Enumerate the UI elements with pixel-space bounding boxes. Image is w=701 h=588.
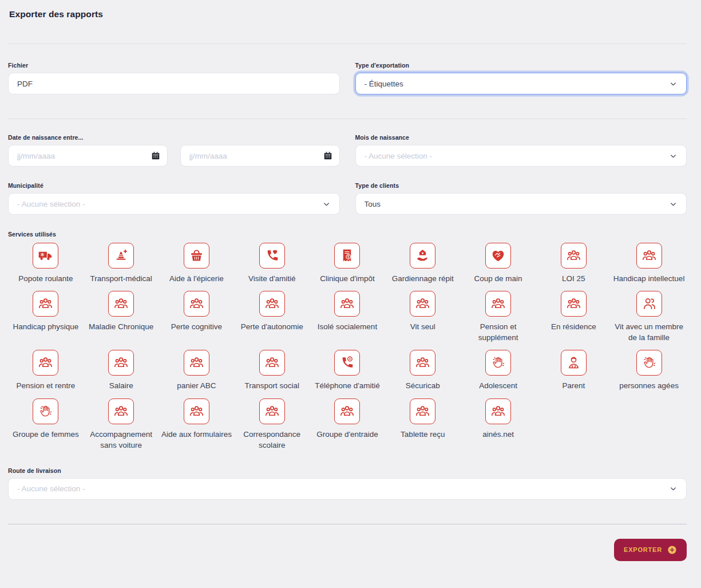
route-field-group: Route de livraison - Aucune sélection - xyxy=(8,467,687,500)
delivery-truck-icon xyxy=(33,243,58,269)
birthdate-from-input[interactable] xyxy=(8,145,168,167)
service-item-label: Aide aux formulaires xyxy=(161,429,232,440)
export-button[interactable]: EXPORTER xyxy=(614,539,687,561)
group-icon xyxy=(108,350,134,376)
service-item-label: Vit seul xyxy=(410,321,435,332)
waving-hand-icon xyxy=(636,350,662,376)
birthdate-from-field xyxy=(8,145,168,167)
service-item[interactable]: Perte d'autonomie xyxy=(234,291,310,332)
service-item-label: Transport-médical xyxy=(90,273,152,284)
chevron-down-icon xyxy=(669,80,678,88)
service-item-label: Salaire xyxy=(109,380,133,391)
service-item-label: Handicap physique xyxy=(13,321,78,332)
client-type-label: Type de clients xyxy=(355,182,687,189)
service-item[interactable]: Handicap intellectuel xyxy=(611,243,687,284)
service-item[interactable]: Transport social xyxy=(234,350,310,391)
municipality-select[interactable]: - Aucune sélection - xyxy=(8,193,340,215)
calendar-icon[interactable] xyxy=(323,151,332,160)
service-item-label: Pension et rentre xyxy=(16,380,75,391)
page-title: Exporter des rapports xyxy=(9,9,686,19)
group-icon xyxy=(636,243,662,269)
group-icon xyxy=(410,291,435,317)
service-item[interactable]: Parent xyxy=(536,350,611,391)
type-exportation-field-group: Type d'exportation - Étiquettes xyxy=(355,62,687,94)
service-item[interactable]: Visite d'amitié xyxy=(234,243,310,284)
birthdate-to-input[interactable] xyxy=(180,145,340,167)
service-item[interactable]: Vit seul xyxy=(385,291,461,332)
service-item[interactable]: Gardiennage répit xyxy=(385,243,461,284)
service-item[interactable]: Popote roulante xyxy=(8,243,84,284)
service-item[interactable]: ainés.net xyxy=(461,398,536,440)
divider xyxy=(8,44,687,44)
service-item-label: Clinique d'impôt xyxy=(320,273,375,284)
client-type-select[interactable]: Tous xyxy=(355,193,687,215)
service-item[interactable]: Aide aux formulaires xyxy=(159,398,235,440)
route-select[interactable]: - Aucune sélection - xyxy=(8,478,687,500)
footer-bar: EXPORTER xyxy=(8,539,687,561)
service-item[interactable]: Pension et supplément xyxy=(461,291,536,343)
service-item-label: Pension et supplément xyxy=(462,321,535,343)
service-item-label: Adolescent xyxy=(479,380,517,391)
service-item[interactable]: Coup de main xyxy=(461,243,536,284)
service-item[interactable]: $Clinique d'impôt xyxy=(310,243,385,284)
birthmonth-select[interactable]: - Aucune sélection - xyxy=(355,145,687,167)
type-exportation-select[interactable]: - Étiquettes xyxy=(355,73,687,94)
receipt-dollar-icon: $ xyxy=(334,243,360,269)
service-item[interactable]: Aide à l'épicerie xyxy=(159,243,235,284)
group-icon xyxy=(561,291,587,317)
waving-hand-icon xyxy=(33,398,58,424)
service-item-label: Correspondance scolaire xyxy=(235,429,308,451)
fichier-input[interactable] xyxy=(8,73,340,94)
group-icon xyxy=(108,291,134,317)
service-item[interactable]: panier ABC xyxy=(159,350,235,391)
service-item[interactable]: Handicap physique xyxy=(8,291,84,332)
chevron-down-icon xyxy=(322,200,331,208)
service-item-label: En résidence xyxy=(551,321,596,332)
service-item[interactable]: Groupe d'entraide xyxy=(310,398,385,440)
service-item-label: LOI 25 xyxy=(562,273,585,284)
service-item-label: panier ABC xyxy=(177,380,216,391)
service-item-label: Maladie Chronique xyxy=(89,321,153,332)
services-label: Services utilisés xyxy=(8,231,687,238)
group-icon xyxy=(259,398,285,424)
birthmonth-value: - Aucune sélection - xyxy=(365,152,664,160)
service-item[interactable]: Accompagnement sans voiture xyxy=(84,398,159,451)
calendar-icon[interactable] xyxy=(151,151,160,160)
service-item[interactable]: Salaire xyxy=(84,350,159,391)
service-item[interactable]: Tablette reçu xyxy=(385,398,461,440)
service-item[interactable]: Isolé socialement xyxy=(310,291,385,332)
group-icon xyxy=(108,398,134,424)
service-item-label: Transport social xyxy=(244,380,299,391)
service-item[interactable]: Perte cognitive xyxy=(159,291,235,332)
service-item[interactable]: LOI 25 xyxy=(536,243,611,284)
service-item[interactable]: Téléphone d'amitié xyxy=(310,350,385,391)
handshake-heart-icon xyxy=(485,243,511,269)
service-item-label: Visite d'amitié xyxy=(248,273,296,284)
client-type-value: Tous xyxy=(365,200,664,208)
service-item-label: Téléphone d'amitié xyxy=(315,380,380,391)
service-item-label: Groupe de femmes xyxy=(13,429,79,440)
service-item[interactable]: Adolescent xyxy=(461,350,536,391)
group-icon xyxy=(410,350,435,376)
service-item-label: Popote roulante xyxy=(18,273,73,284)
chevron-down-icon xyxy=(669,152,678,160)
route-value: - Aucune sélection - xyxy=(17,484,663,493)
service-item[interactable]: Sécuricab xyxy=(385,350,461,391)
service-item[interactable]: Transport-médical xyxy=(84,243,159,284)
service-item[interactable]: Pension et rentre xyxy=(8,350,84,391)
birthdate-to-field xyxy=(180,145,340,167)
group-icon xyxy=(410,398,435,424)
person-icon xyxy=(561,350,587,376)
service-item[interactable]: Maladie Chronique xyxy=(84,291,159,332)
group-icon xyxy=(33,350,58,376)
service-item[interactable]: personnes agées xyxy=(611,350,687,391)
service-item-label: Perte d'autonomie xyxy=(241,321,303,332)
service-item-label: Coup de main xyxy=(474,273,522,284)
municipality-value: - Aucune sélection - xyxy=(17,200,316,208)
birthmonth-label: Mois de naissance xyxy=(355,134,687,141)
service-item[interactable]: En résidence xyxy=(536,291,611,332)
service-item[interactable]: Groupe de femmes xyxy=(8,398,84,440)
service-item[interactable]: Vit avec un membre de la famille xyxy=(611,291,687,343)
service-item[interactable]: Correspondance scolaire xyxy=(234,398,310,451)
export-reports-page: Exporter des rapports Fichier Type d'exp… xyxy=(0,9,701,561)
